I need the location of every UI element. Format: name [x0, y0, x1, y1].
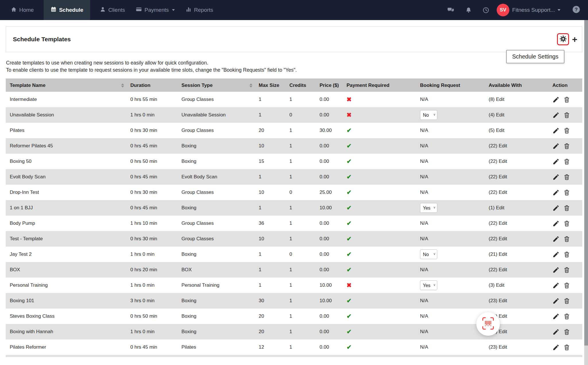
delete-trash-icon[interactable]: [563, 112, 570, 119]
delete-trash-icon[interactable]: [563, 173, 570, 181]
column-header-template-name[interactable]: Template Name: [6, 83, 126, 88]
delete-trash-icon[interactable]: [563, 127, 570, 134]
booking-request-select[interactable]: No: [420, 249, 437, 259]
nav-item-home[interactable]: Home: [10, 0, 35, 20]
edit-pencil-icon[interactable]: [552, 158, 560, 165]
edit-pencil-icon[interactable]: [552, 313, 560, 320]
schedule-settings-button[interactable]: [557, 33, 569, 45]
cell-booking-request: ∨ N/A: [416, 313, 485, 319]
edit-pencil-icon[interactable]: [552, 328, 560, 335]
delete-trash-icon[interactable]: [563, 220, 570, 227]
edit-pencil-icon[interactable]: [552, 189, 560, 196]
schedule-templates-card: Schedule Templates +: [6, 26, 582, 52]
edit-pencil-icon[interactable]: [552, 266, 560, 274]
delete-trash-icon[interactable]: [563, 266, 570, 274]
nav-item-schedule[interactable]: Schedule: [44, 0, 90, 20]
cell-available-with[interactable]: (22) Edit: [485, 267, 548, 273]
cell-available-with[interactable]: (1) Edit: [485, 205, 548, 211]
edit-pencil-icon[interactable]: [552, 344, 560, 351]
cell-payment-required: ✔ ✖: [343, 143, 416, 149]
cell-available-with[interactable]: (22) Edit: [485, 159, 548, 164]
booking-request-select[interactable]: Yes: [420, 203, 437, 213]
column-label: Booking Request: [420, 83, 460, 88]
delete-trash-icon[interactable]: [563, 328, 570, 335]
cell-max-size: 15: [255, 159, 285, 164]
cell-price: 30.00: [316, 128, 343, 133]
vertical-scrollbar-thumb[interactable]: [584, 20, 588, 346]
bell-icon[interactable]: [465, 7, 472, 13]
cell-available-with[interactable]: (22) Edit: [485, 174, 548, 180]
delete-trash-icon[interactable]: [563, 297, 570, 305]
sort-icon[interactable]: [249, 83, 252, 87]
add-template-button[interactable]: +: [572, 35, 577, 44]
delete-trash-icon[interactable]: [563, 251, 570, 258]
column-header-session-type[interactable]: Session Type: [177, 83, 255, 88]
cell-available-with[interactable]: (5) Edit: [485, 128, 548, 133]
cell-name: Steves Boxing Class: [6, 313, 126, 319]
cell-available-with[interactable]: (8) Edit: [485, 97, 548, 102]
cell-price: 0.00: [316, 97, 343, 102]
nav-item-reports[interactable]: Reports: [185, 0, 214, 20]
nav-item-payments[interactable]: Payments: [135, 0, 176, 20]
cell-available-with[interactable]: (22) Edit: [485, 190, 548, 195]
delete-trash-icon[interactable]: [563, 344, 570, 351]
clock-icon[interactable]: [483, 7, 489, 13]
cell-payment-required: ✔ ✖: [343, 313, 416, 320]
delete-trash-icon[interactable]: [563, 189, 570, 196]
edit-pencil-icon[interactable]: [552, 251, 560, 258]
edit-pencil-icon[interactable]: [552, 112, 560, 119]
delete-trash-icon[interactable]: [563, 313, 570, 320]
user-chevron-down-icon[interactable]: [558, 9, 560, 11]
column-label: Action: [552, 83, 568, 88]
cell-available-with[interactable]: (3) Edit: [485, 282, 548, 288]
gear-icon: [560, 35, 567, 44]
cell-available-with[interactable]: (22) Edit: [485, 143, 548, 149]
nav-item-clients[interactable]: Clients: [99, 0, 126, 20]
cell-duration: 0 hrs 45 min: [126, 143, 177, 149]
cell-available-with[interactable]: (21) Edit: [485, 251, 548, 257]
cell-name: BOX: [6, 267, 126, 273]
bar-chart-icon: [186, 7, 192, 14]
vertical-scrollbar-track[interactable]: [584, 20, 588, 365]
edit-pencil-icon[interactable]: [552, 220, 560, 227]
cell-action: [548, 344, 582, 351]
cell-action: [548, 189, 582, 196]
avatar[interactable]: SV: [497, 4, 509, 16]
sort-icon[interactable]: [121, 83, 124, 87]
cell-available-with[interactable]: (4) Edit: [485, 112, 548, 118]
edit-pencil-icon[interactable]: [552, 282, 560, 289]
chat-icon[interactable]: [447, 7, 454, 13]
delete-trash-icon[interactable]: [563, 143, 570, 150]
edit-pencil-icon[interactable]: [552, 127, 560, 134]
delete-trash-icon[interactable]: [563, 96, 570, 103]
cell-duration: 0 hrs 30 min: [126, 236, 177, 242]
booking-request-select[interactable]: Yes: [420, 280, 437, 290]
edit-pencil-icon[interactable]: [552, 173, 560, 181]
cell-available-with[interactable]: (23) Edit: [485, 298, 548, 304]
cell-payment-required: ✔ ✖: [343, 204, 416, 211]
help-icon[interactable]: ?: [572, 5, 581, 15]
edit-pencil-icon[interactable]: [552, 297, 560, 305]
cell-duration: 3 hrs 0 min: [126, 298, 177, 304]
cell-duration: 0 hrs 50 min: [126, 313, 177, 319]
cell-available-with[interactable]: (23) Edit: [485, 344, 548, 350]
edit-pencil-icon[interactable]: [552, 235, 560, 243]
user-name[interactable]: Fitness Support...: [512, 7, 555, 13]
page-description: Create templates to use when creating ne…: [6, 59, 582, 74]
cell-name: Pilates: [6, 128, 126, 133]
edit-pencil-icon[interactable]: [552, 96, 560, 103]
delete-trash-icon[interactable]: [563, 235, 570, 243]
cell-action: [548, 266, 582, 274]
edit-pencil-icon[interactable]: [552, 143, 560, 150]
delete-trash-icon[interactable]: [563, 282, 570, 289]
booking-request-select[interactable]: No: [420, 110, 437, 120]
booking-text: N/A: [420, 174, 428, 179]
payment-no-icon: ✖: [347, 112, 352, 118]
edit-pencil-icon[interactable]: [552, 204, 560, 212]
cell-session-type: Unavailable Session: [177, 112, 255, 118]
cell-available-with[interactable]: (22) Edit: [485, 236, 548, 242]
cell-available-with[interactable]: (22) Edit: [485, 220, 548, 226]
delete-trash-icon[interactable]: [563, 204, 570, 212]
delete-trash-icon[interactable]: [563, 158, 570, 165]
floating-scan-widget-button[interactable]: [476, 312, 500, 336]
